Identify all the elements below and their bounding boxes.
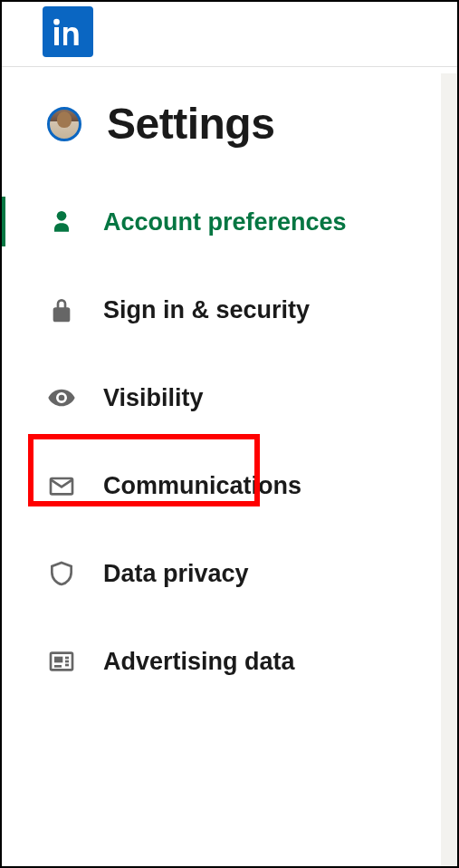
settings-content: Settings Account preferences Sign in & s… <box>2 67 457 676</box>
linkedin-logo[interactable] <box>43 6 93 57</box>
svg-point-1 <box>59 395 65 401</box>
lock-icon <box>47 295 76 324</box>
menu-label: Advertising data <box>103 648 295 676</box>
avatar[interactable] <box>47 107 81 141</box>
linkedin-icon <box>50 14 86 50</box>
shield-icon <box>47 559 76 588</box>
menu-item-communications[interactable]: Communications <box>47 471 439 500</box>
menu-item-advertising-data[interactable]: Advertising data <box>47 647 439 676</box>
menu-label: Account preferences <box>103 208 347 236</box>
title-row: Settings <box>47 99 439 149</box>
menu-label: Visibility <box>103 384 204 412</box>
newspaper-icon <box>47 647 76 676</box>
menu-item-account-preferences[interactable]: Account preferences <box>47 207 439 236</box>
menu-item-sign-in-security[interactable]: Sign in & security <box>47 295 439 324</box>
envelope-icon <box>47 471 76 500</box>
menu-label: Sign in & security <box>103 296 310 324</box>
menu-item-data-privacy[interactable]: Data privacy <box>47 559 439 588</box>
menu-item-visibility[interactable]: Visibility <box>47 383 439 412</box>
svg-point-0 <box>57 211 67 221</box>
eye-icon <box>47 383 76 412</box>
menu-label: Data privacy <box>103 560 249 588</box>
page-title: Settings <box>107 99 274 149</box>
settings-menu: Account preferences Sign in & security V… <box>47 207 439 676</box>
person-icon <box>47 207 76 236</box>
header <box>2 2 457 67</box>
right-edge-background <box>441 73 457 866</box>
svg-rect-4 <box>54 657 62 663</box>
menu-label: Communications <box>103 472 301 500</box>
